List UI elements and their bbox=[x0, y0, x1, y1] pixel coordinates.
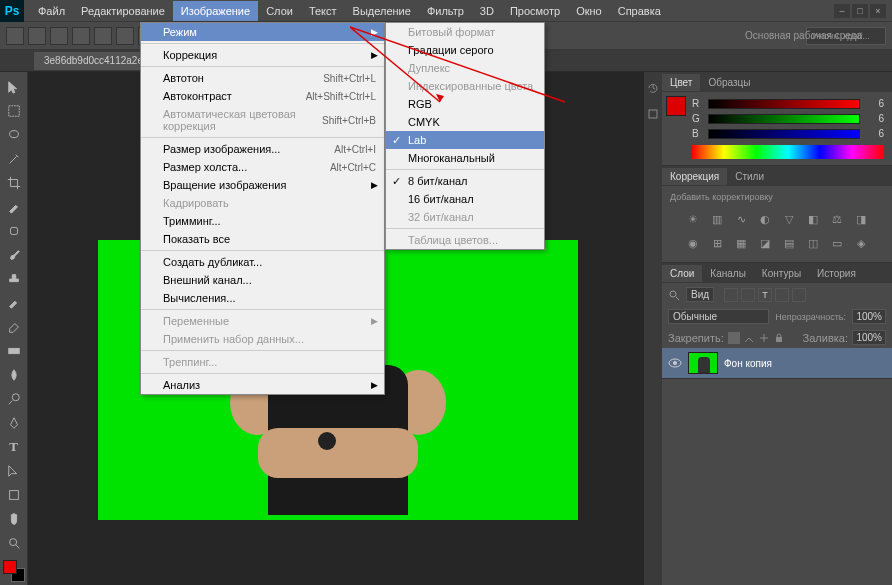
opt-icon[interactable] bbox=[28, 27, 46, 45]
menu-текст[interactable]: Текст bbox=[301, 1, 345, 21]
selective-icon[interactable]: ◈ bbox=[852, 234, 870, 252]
submenu-item[interactable]: ✓8 бит/канал bbox=[386, 169, 544, 190]
menu-фильтр[interactable]: Фильтр bbox=[419, 1, 472, 21]
properties-icon[interactable] bbox=[647, 108, 659, 120]
lasso-tool[interactable] bbox=[3, 124, 25, 146]
maximize-button[interactable]: □ bbox=[852, 4, 868, 18]
blend-mode[interactable]: Обычные bbox=[668, 309, 769, 324]
submenu-item[interactable]: ✓Lab bbox=[386, 131, 544, 149]
opt-icon[interactable] bbox=[116, 27, 134, 45]
filter-adj-icon[interactable] bbox=[741, 288, 755, 302]
levels-icon[interactable]: ▥ bbox=[708, 210, 726, 228]
workspace-switcher[interactable]: Основная рабочая среда bbox=[745, 30, 862, 41]
layer-filter[interactable]: Вид bbox=[686, 287, 714, 302]
bw-icon[interactable]: ◨ bbox=[852, 210, 870, 228]
mixer-icon[interactable]: ⊞ bbox=[708, 234, 726, 252]
submenu-item[interactable]: 16 бит/канал bbox=[386, 190, 544, 208]
menu-item[interactable]: Вращение изображения▶ bbox=[141, 176, 384, 194]
close-button[interactable]: × bbox=[870, 4, 886, 18]
brush-tool[interactable] bbox=[3, 244, 25, 266]
menu-изображение[interactable]: Изображение bbox=[173, 1, 258, 21]
opt-icon[interactable] bbox=[94, 27, 112, 45]
lock-transparent-icon[interactable] bbox=[728, 332, 740, 344]
blur-tool[interactable] bbox=[3, 364, 25, 386]
tab-channels[interactable]: Каналы bbox=[702, 265, 754, 282]
menu-item[interactable]: Тримминг... bbox=[141, 212, 384, 230]
filter-pixel-icon[interactable] bbox=[724, 288, 738, 302]
fill-field[interactable]: 100% bbox=[852, 330, 886, 345]
submenu-item[interactable]: CMYK bbox=[386, 113, 544, 131]
invert-icon[interactable]: ◪ bbox=[756, 234, 774, 252]
menu-item[interactable]: Размер холста...Alt+Ctrl+C bbox=[141, 158, 384, 176]
menu-выделение[interactable]: Выделение bbox=[345, 1, 419, 21]
slider-value[interactable]: 6 bbox=[866, 113, 884, 124]
visibility-icon[interactable] bbox=[668, 356, 682, 370]
stamp-tool[interactable] bbox=[3, 268, 25, 290]
layer-name[interactable]: Фон копия bbox=[724, 358, 772, 369]
type-tool[interactable]: T bbox=[3, 436, 25, 458]
posterize-icon[interactable]: ▤ bbox=[780, 234, 798, 252]
wand-tool[interactable] bbox=[3, 148, 25, 170]
menu-файл[interactable]: Файл bbox=[30, 1, 73, 21]
color-swatches[interactable] bbox=[3, 560, 25, 582]
slider-value[interactable]: 6 bbox=[866, 98, 884, 109]
gradient-tool[interactable] bbox=[3, 340, 25, 362]
opacity-field[interactable]: 100% bbox=[852, 309, 886, 324]
menu-item[interactable]: АвтотонShift+Ctrl+L bbox=[141, 66, 384, 87]
move-tool[interactable] bbox=[3, 76, 25, 98]
heal-tool[interactable] bbox=[3, 220, 25, 242]
menu-редактирование[interactable]: Редактирование bbox=[73, 1, 173, 21]
balance-icon[interactable]: ⚖ bbox=[828, 210, 846, 228]
menu-окно[interactable]: Окно bbox=[568, 1, 610, 21]
menu-item[interactable]: Анализ▶ bbox=[141, 373, 384, 394]
threshold-icon[interactable]: ◫ bbox=[804, 234, 822, 252]
opt-icon[interactable] bbox=[50, 27, 68, 45]
path-tool[interactable] bbox=[3, 460, 25, 482]
tab-history[interactable]: История bbox=[809, 265, 864, 282]
zoom-tool[interactable] bbox=[3, 532, 25, 554]
history-icon[interactable] bbox=[647, 82, 659, 94]
tab-adjustments[interactable]: Коррекция bbox=[662, 168, 727, 185]
hand-tool[interactable] bbox=[3, 508, 25, 530]
menu-item[interactable]: Режим▶ bbox=[141, 23, 384, 41]
menu-item[interactable]: Внешний канал... bbox=[141, 271, 384, 289]
menu-item[interactable]: Вычисления... bbox=[141, 289, 384, 307]
menu-item[interactable]: Показать все bbox=[141, 230, 384, 248]
filter-smart-icon[interactable] bbox=[792, 288, 806, 302]
menu-item[interactable]: Размер изображения...Alt+Ctrl+I bbox=[141, 137, 384, 158]
menu-справка[interactable]: Справка bbox=[610, 1, 669, 21]
tab-swatches[interactable]: Образцы bbox=[700, 74, 758, 91]
slider-track[interactable] bbox=[708, 99, 860, 109]
submenu-item[interactable]: Многоканальный bbox=[386, 149, 544, 167]
eraser-tool[interactable] bbox=[3, 316, 25, 338]
spectrum[interactable] bbox=[692, 145, 884, 159]
slider-track[interactable] bbox=[708, 114, 860, 124]
opt-icon[interactable] bbox=[72, 27, 90, 45]
minimize-button[interactable]: – bbox=[834, 4, 850, 18]
slider-value[interactable]: 6 bbox=[866, 128, 884, 139]
hue-icon[interactable]: ◧ bbox=[804, 210, 822, 228]
menu-item[interactable]: АвтоконтрастAlt+Shift+Ctrl+L bbox=[141, 87, 384, 105]
layer-row[interactable]: Фон копия bbox=[662, 348, 892, 378]
lock-all-icon[interactable] bbox=[773, 332, 785, 344]
crop-tool[interactable] bbox=[3, 172, 25, 194]
lock-pixels-icon[interactable] bbox=[743, 332, 755, 344]
filter-type-icon[interactable]: T bbox=[758, 288, 772, 302]
filter-shape-icon[interactable] bbox=[775, 288, 789, 302]
lookup-icon[interactable]: ▦ bbox=[732, 234, 750, 252]
menu-3d[interactable]: 3D bbox=[472, 1, 502, 21]
menu-просмотр[interactable]: Просмотр bbox=[502, 1, 568, 21]
tab-paths[interactable]: Контуры bbox=[754, 265, 809, 282]
brightness-icon[interactable]: ☀ bbox=[684, 210, 702, 228]
photo-filter-icon[interactable]: ◉ bbox=[684, 234, 702, 252]
pen-tool[interactable] bbox=[3, 412, 25, 434]
tab-styles[interactable]: Стили bbox=[727, 168, 772, 185]
curves-icon[interactable]: ∿ bbox=[732, 210, 750, 228]
menu-item[interactable]: Коррекция▶ bbox=[141, 43, 384, 64]
submenu-item[interactable]: Градации серого bbox=[386, 41, 544, 59]
tool-preset-icon[interactable] bbox=[6, 27, 24, 45]
tab-color[interactable]: Цвет bbox=[662, 74, 700, 91]
menu-слои[interactable]: Слои bbox=[258, 1, 301, 21]
tab-layers[interactable]: Слои bbox=[662, 265, 702, 282]
lock-position-icon[interactable] bbox=[758, 332, 770, 344]
